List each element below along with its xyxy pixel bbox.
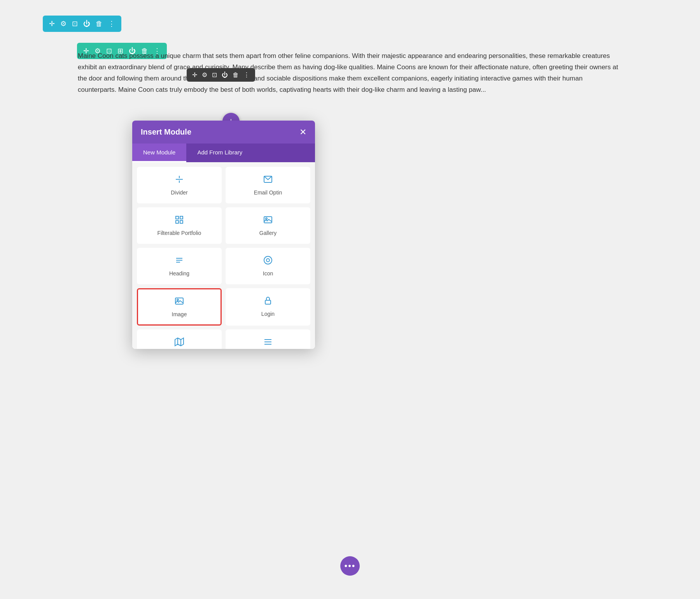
map-icon bbox=[175, 337, 184, 349]
email-optin-icon bbox=[263, 175, 273, 186]
svg-rect-4 bbox=[176, 216, 178, 219]
settings-icon-3[interactable]: ⚙ bbox=[202, 71, 207, 79]
delete-icon-3[interactable]: 🗑 bbox=[233, 72, 239, 79]
icon-icon bbox=[263, 256, 273, 267]
module-item-divider[interactable]: Divider bbox=[137, 167, 222, 203]
insert-module-dialog: Insert Module ✕ New Module Add From Libr… bbox=[132, 121, 315, 349]
more-icon[interactable]: ⋮ bbox=[108, 19, 115, 28]
copy-icon[interactable]: ⊡ bbox=[72, 19, 78, 28]
dialog-title: Insert Module bbox=[141, 128, 191, 137]
dialog-close-button[interactable]: ✕ bbox=[299, 128, 306, 137]
module-item-heading[interactable]: Heading bbox=[137, 248, 222, 284]
heading-label: Heading bbox=[169, 270, 189, 277]
power-icon-3[interactable]: ⏻ bbox=[222, 72, 228, 79]
dialog-header: Insert Module ✕ bbox=[132, 121, 315, 144]
svg-point-14 bbox=[266, 259, 270, 262]
module-item-icon[interactable]: Icon bbox=[226, 248, 310, 284]
svg-marker-18 bbox=[175, 338, 184, 346]
filterable-portfolio-icon bbox=[175, 215, 184, 227]
more-options-button[interactable]: ••• bbox=[340, 556, 360, 576]
module-item-image[interactable]: Image bbox=[137, 288, 222, 326]
body-text: Maine Coon cats possess a unique charm t… bbox=[78, 51, 622, 96]
svg-rect-6 bbox=[176, 221, 178, 223]
heading-icon bbox=[175, 256, 184, 267]
move-icon-3[interactable]: ✛ bbox=[192, 71, 197, 79]
login-icon bbox=[263, 296, 273, 308]
image-label: Image bbox=[172, 311, 187, 317]
copy-icon-3[interactable]: ⊡ bbox=[212, 71, 217, 79]
module-item-menu[interactable]: Menu bbox=[226, 329, 310, 349]
third-toolbar[interactable]: ✛ ⚙ ⊡ ⏻ 🗑 ⋮ bbox=[187, 68, 255, 82]
filterable-portfolio-label: Filterable Portfolio bbox=[158, 230, 201, 236]
divider-label: Divider bbox=[171, 189, 188, 196]
menu-icon bbox=[263, 337, 273, 349]
svg-point-13 bbox=[264, 256, 272, 264]
icon-label: Icon bbox=[263, 270, 273, 277]
move-icon[interactable]: ✛ bbox=[49, 19, 55, 28]
delete-icon[interactable]: 🗑 bbox=[96, 20, 103, 28]
image-icon bbox=[175, 296, 184, 308]
email-optin-label: Email Optin bbox=[254, 189, 282, 196]
more-icon-3[interactable]: ⋮ bbox=[243, 71, 250, 79]
login-label: Login bbox=[261, 311, 275, 317]
module-item-email-optin[interactable]: Email Optin bbox=[226, 167, 310, 203]
module-item-login[interactable]: Login bbox=[226, 288, 310, 326]
svg-rect-5 bbox=[180, 216, 183, 219]
dialog-tabs: New Module Add From Library bbox=[132, 144, 315, 162]
module-item-gallery[interactable]: Gallery bbox=[226, 207, 310, 244]
top-toolbar[interactable]: ✛ ⚙ ⊡ ⏻ 🗑 ⋮ bbox=[43, 16, 121, 32]
power-icon[interactable]: ⏻ bbox=[83, 20, 90, 28]
module-item-filterable-portfolio[interactable]: Filterable Portfolio bbox=[137, 207, 222, 244]
module-item-map[interactable]: Map bbox=[137, 329, 222, 349]
module-grid: DividerEmail OptinFilterable PortfolioGa… bbox=[132, 162, 315, 349]
svg-rect-7 bbox=[180, 221, 183, 223]
gallery-label: Gallery bbox=[259, 230, 276, 236]
svg-rect-17 bbox=[265, 300, 271, 304]
tab-new-module[interactable]: New Module bbox=[132, 144, 186, 162]
settings-icon[interactable]: ⚙ bbox=[60, 19, 66, 28]
svg-point-16 bbox=[177, 299, 178, 301]
divider-icon bbox=[175, 175, 184, 186]
svg-point-9 bbox=[266, 218, 267, 219]
gallery-icon bbox=[263, 215, 273, 227]
tab-add-from-library[interactable]: Add From Library bbox=[186, 144, 253, 162]
